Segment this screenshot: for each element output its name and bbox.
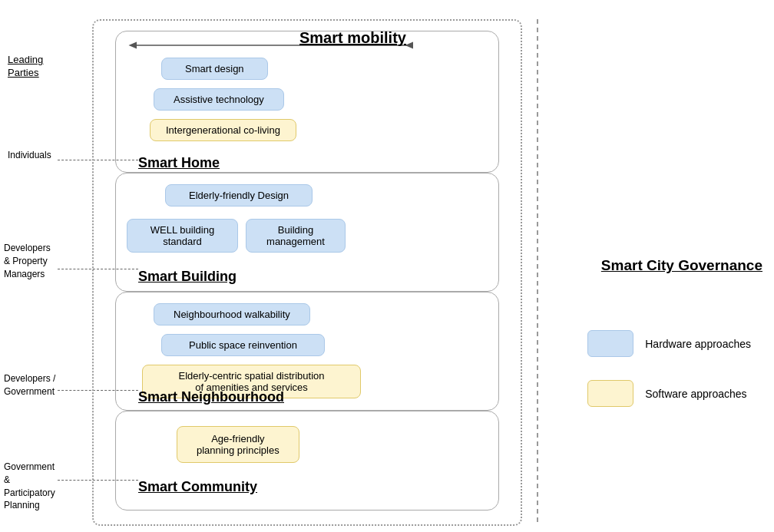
smart-city-governance-label: Smart City Governance	[601, 257, 762, 274]
dotted-vertical-line	[530, 19, 545, 526]
legend-hardware-box	[587, 330, 633, 357]
chip-smart-design: Smart design	[161, 58, 268, 80]
chip-intergenerational-co-living: Intergenerational co-living	[150, 119, 296, 141]
developers-gov-label: Developers / Government	[4, 372, 55, 398]
chip-well-building-standard: WELL buildingstandard	[127, 219, 238, 253]
legend-container: Hardware approaches Software approaches	[587, 330, 751, 430]
individuals-label: Individuals	[8, 150, 51, 160]
chip-building-management: Buildingmanagement	[246, 219, 346, 253]
smart-mobility-label: Smart mobility	[299, 29, 406, 47]
chip-assistive-technology: Assistive technology	[154, 88, 284, 111]
smart-building-title: Smart Building	[138, 269, 237, 285]
chip-age-friendly-planning: Age-friendlyplanning principles	[177, 426, 299, 463]
legend-software: Software approaches	[587, 380, 751, 407]
smart-community-section-box	[115, 411, 499, 511]
main-container: Leading Parties Individuals Developers &…	[0, 8, 774, 532]
chip-public-space-reinvention: Public space reinvention	[161, 334, 325, 356]
chip-elderly-friendly-design: Elderly-friendly Design	[165, 184, 313, 207]
chip-neighbourhood-walkability: Neighbourhood walkability	[154, 303, 310, 325]
legend-hardware: Hardware approaches	[587, 330, 751, 357]
leading-parties-label: Leading Parties	[8, 54, 43, 80]
legend-software-box	[587, 380, 633, 407]
smart-community-title: Smart Community	[138, 479, 257, 495]
gov-participatory-label: Government & Participatory Planning	[4, 461, 55, 512]
smart-neighbourhood-title: Smart Neighbourhood	[138, 389, 284, 405]
legend-hardware-label: Hardware approaches	[645, 338, 751, 350]
smart-home-title: Smart Home	[138, 155, 220, 171]
developers-pm-label: Developers & Property Managers	[4, 242, 51, 280]
legend-software-label: Software approaches	[645, 388, 746, 400]
